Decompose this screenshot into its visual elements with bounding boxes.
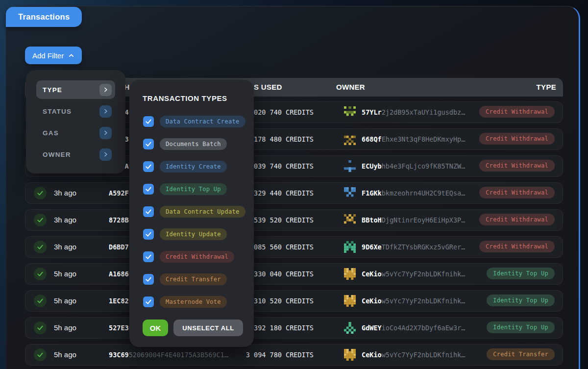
status-success-icon — [34, 321, 47, 334]
type-badge: Credit Withdrawal — [479, 106, 555, 118]
gas-used: 3 039 740 CREDITS — [246, 156, 314, 176]
owner-id: GdWEYioCo4Ad2X7bDyf6aEw3r… — [362, 318, 465, 338]
checkbox-checked[interactable] — [143, 251, 154, 262]
status-success-icon — [34, 187, 47, 199]
table-row[interactable]: 5h ago93C6952069004F4E40175A3B569C1…3 09… — [25, 344, 563, 366]
filter-menu-item-gas[interactable]: GAS — [36, 123, 115, 142]
owner-id: ECUybhb4e3FqLjco9fK85TNZW… — [362, 156, 465, 176]
type-option-row: Documents Batch — [129, 133, 254, 155]
owner-identicon — [344, 322, 356, 334]
gas-used: 1 392 180 CREDITS — [246, 318, 314, 338]
owner-identicon — [344, 349, 356, 361]
owner-identicon — [344, 268, 356, 280]
filter-menu-item-owner[interactable]: OWNER — [36, 145, 115, 164]
timestamp: 3h ago — [54, 237, 76, 257]
panel-actions: OK UNSELECT ALL — [143, 320, 243, 336]
owner-identicon — [344, 160, 356, 172]
chevron-up-icon — [68, 52, 74, 59]
type-badge: Credit Transfer — [487, 348, 555, 360]
filter-menu-item-type[interactable]: TYPE — [36, 80, 115, 99]
gas-used: 3 094 780 CREDITS — [246, 344, 314, 365]
type-badge: Identity Top Up — [487, 268, 555, 279]
gas-used: 2 178 480 CREDITS — [246, 129, 314, 149]
type-option-row: Data Contract Update — [129, 200, 254, 223]
type-option-row: Identity Top Up — [129, 178, 254, 200]
chevron-right-icon[interactable] — [99, 127, 112, 139]
type-option-row: Identity Create — [129, 155, 254, 178]
table-row[interactable]: 5h ago1EC829B5F04A7C3E218D6B9F50A4C…1 31… — [25, 290, 563, 312]
type-badge: Identity Update — [160, 228, 227, 240]
gas-used: 1 330 040 CREDITS — [246, 264, 314, 284]
checkbox-checked[interactable] — [143, 274, 154, 285]
checkbox-checked[interactable] — [143, 161, 154, 172]
tx-hash: 93C6952069004F4E40175A3B569C1… — [109, 344, 228, 365]
gas-used: 1 539 520 CREDITS — [246, 210, 314, 230]
checkbox-checked[interactable] — [143, 206, 154, 217]
owner-id: CeKiow5vYc7YyF2nbLDKfnihk… — [362, 291, 465, 311]
type-option-row: Identity Update — [129, 223, 254, 246]
owner-identicon — [344, 214, 356, 226]
table-row[interactable]: 5h ago527E36A1D8F05B92C47E3A6D1F8B0…1 39… — [25, 317, 563, 339]
type-badge: Credit Withdrawal — [160, 251, 234, 263]
timestamp: 3h ago — [54, 183, 76, 203]
filter-menu: TYPESTATUSGASOWNER — [26, 70, 125, 173]
gas-used: 3 020 740 CREDITS — [246, 102, 314, 123]
type-option-row: Credit Withdrawal — [129, 246, 254, 268]
filter-menu-item-label: TYPE — [43, 86, 99, 94]
transaction-types-panel: TRANSACTION TYPES Data Contract CreateDo… — [129, 80, 254, 347]
table-row[interactable]: 5h agoA16860D3C7F92B5E48A16C0D9F327…1 33… — [25, 263, 563, 285]
filter-menu-item-label: STATUS — [43, 108, 99, 115]
chevron-right-icon[interactable] — [99, 148, 112, 161]
main-panel: Transactions Add Filter TIMESTAMP HASH G… — [6, 6, 580, 369]
type-option-row: Credit Transfer — [129, 268, 254, 291]
type-badge: Credit Withdrawal — [479, 160, 555, 172]
table-row[interactable]: 3h ago8728B4F0A9C2E57D1B386F4A0C9E2…1 53… — [25, 209, 563, 231]
type-options-list: Data Contract CreateDocuments BatchIdent… — [129, 110, 254, 313]
checkbox-checked[interactable] — [143, 116, 154, 127]
checkbox-checked[interactable] — [143, 296, 154, 307]
gas-used: 3 085 560 CREDITS — [246, 237, 314, 257]
tab-transactions[interactable]: Transactions — [6, 7, 82, 27]
panel-title: TRANSACTION TYPES — [143, 94, 227, 102]
chevron-right-icon[interactable] — [99, 105, 112, 118]
owner-identicon — [344, 241, 356, 253]
type-badge: Identity Top Up — [160, 183, 227, 195]
timestamp: 5h ago — [54, 264, 76, 284]
status-success-icon — [34, 348, 47, 361]
ok-button[interactable]: OK — [143, 320, 168, 336]
table-row[interactable]: 3h agoA592F8C31B7D4E09A6F25C8B1D3E7…1 32… — [25, 182, 563, 204]
checkbox-checked[interactable] — [143, 184, 154, 195]
checkbox-checked[interactable] — [143, 139, 154, 149]
owner-identicon — [344, 187, 356, 199]
owner-id: F1GKkbkmzeohrn4UH2C9tEQsa… — [362, 183, 465, 203]
header-owner: OWNER — [336, 78, 365, 97]
type-badge: Documents Batch — [160, 138, 227, 150]
type-badge: Credit Withdrawal — [479, 133, 555, 145]
type-badge: Credit Withdrawal — [479, 241, 555, 252]
type-badge: Credit Transfer — [160, 273, 227, 285]
status-success-icon — [34, 214, 47, 226]
type-badge: Identity Top Up — [487, 295, 555, 306]
owner-id: BBtoHDjgNtinrEoyH6EiHpX3P… — [362, 210, 465, 230]
add-filter-label: Add Filter — [32, 51, 64, 60]
add-filter-button[interactable]: Add Filter — [25, 47, 82, 64]
checkbox-checked[interactable] — [143, 229, 154, 240]
type-badge: Credit Withdrawal — [479, 214, 555, 225]
gas-used: 1 329 440 CREDITS — [246, 183, 314, 203]
type-badge: Data Contract Create — [160, 116, 245, 127]
type-badge: Masternode Vote — [160, 296, 227, 308]
owner-identicon — [344, 106, 356, 118]
chevron-right-icon[interactable] — [99, 84, 112, 96]
owner-id: 668QfEhxe3Nt3qF8HeDKmxyHp… — [362, 129, 465, 149]
filter-menu-item-status[interactable]: STATUS — [36, 102, 115, 121]
owner-id: 9D6XeTDfkZTYsbRGKxz5vGRer… — [362, 237, 465, 257]
timestamp: 5h ago — [54, 291, 76, 311]
type-option-row: Masternode Vote — [129, 291, 254, 313]
type-badge: Credit Withdrawal — [479, 187, 555, 198]
header-type: TYPE — [537, 78, 556, 97]
owner-identicon — [344, 295, 356, 307]
unselect-all-button[interactable]: UNSELECT ALL — [173, 320, 243, 336]
table-row[interactable]: 3h agoD6BD71E58A3C90F27B4D6E1A8C35F…3 08… — [25, 236, 563, 258]
owner-id: CeKiow5vYc7YyF2nbLDKfnihk… — [362, 264, 465, 284]
status-success-icon — [34, 295, 47, 307]
